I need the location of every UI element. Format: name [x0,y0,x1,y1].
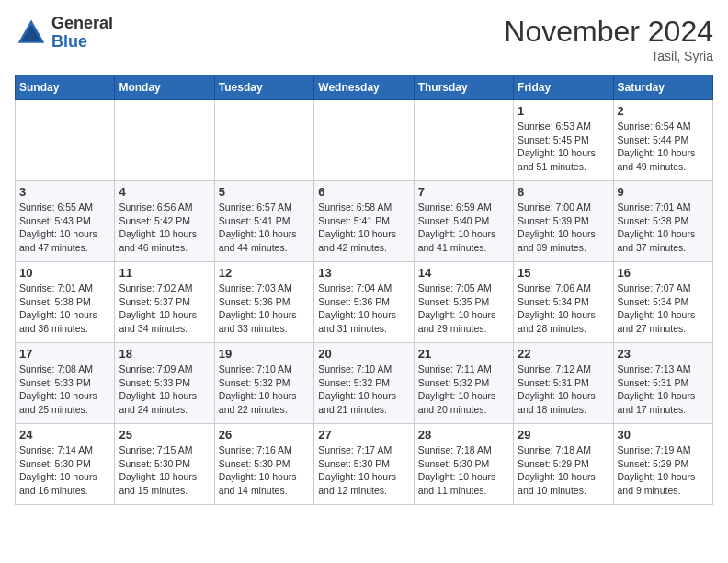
day-info: Sunrise: 7:09 AM Sunset: 5:33 PM Dayligh… [119,362,210,417]
calendar-cell: 30Sunrise: 7:19 AM Sunset: 5:29 PM Dayli… [613,424,712,505]
col-thursday: Thursday [414,75,513,100]
calendar-header-row: Sunday Monday Tuesday Wednesday Thursday… [16,75,713,100]
calendar-cell: 20Sunrise: 7:10 AM Sunset: 5:32 PM Dayli… [314,343,414,424]
week-row-4: 24Sunrise: 7:14 AM Sunset: 5:30 PM Dayli… [16,424,713,505]
day-info: Sunrise: 7:01 AM Sunset: 5:38 PM Dayligh… [618,201,709,255]
day-info: Sunrise: 7:19 AM Sunset: 5:29 PM Dayligh… [618,443,709,498]
col-tuesday: Tuesday [214,75,313,100]
day-number: 21 [418,347,509,361]
calendar-cell: 14Sunrise: 7:05 AM Sunset: 5:35 PM Dayli… [414,262,513,343]
day-number: 6 [318,185,409,199]
calendar-cell: 24Sunrise: 7:14 AM Sunset: 5:30 PM Dayli… [16,424,115,505]
day-number: 25 [119,428,210,442]
calendar-cell: 27Sunrise: 7:17 AM Sunset: 5:30 PM Dayli… [314,424,414,505]
logo-text: General Blue [51,15,113,52]
day-number: 11 [119,266,210,280]
day-number: 30 [618,428,709,442]
month-title: November 2024 [504,15,713,49]
calendar-cell: 11Sunrise: 7:02 AM Sunset: 5:37 PM Dayli… [115,262,214,343]
day-info: Sunrise: 7:11 AM Sunset: 5:32 PM Dayligh… [418,362,509,417]
calendar-cell [16,100,115,181]
logo-general: General [51,14,113,32]
col-monday: Monday [115,75,214,100]
day-number: 20 [318,347,409,361]
day-number: 24 [19,428,110,442]
day-info: Sunrise: 7:05 AM Sunset: 5:35 PM Dayligh… [418,282,509,336]
day-info: Sunrise: 7:10 AM Sunset: 5:32 PM Dayligh… [318,362,409,417]
day-number: 8 [518,185,609,199]
day-info: Sunrise: 6:55 AM Sunset: 5:43 PM Dayligh… [19,201,110,255]
day-number: 7 [418,185,509,199]
day-info: Sunrise: 6:59 AM Sunset: 5:40 PM Dayligh… [418,201,509,255]
day-number: 22 [518,347,609,361]
day-info: Sunrise: 7:06 AM Sunset: 5:34 PM Dayligh… [518,282,609,336]
day-number: 15 [518,266,609,280]
day-number: 26 [219,428,310,442]
day-number: 16 [618,266,709,280]
week-row-0: 1Sunrise: 6:53 AM Sunset: 5:45 PM Daylig… [16,100,713,181]
calendar-cell: 12Sunrise: 7:03 AM Sunset: 5:36 PM Dayli… [214,262,313,343]
calendar-cell: 23Sunrise: 7:13 AM Sunset: 5:31 PM Dayli… [613,343,712,424]
day-info: Sunrise: 7:10 AM Sunset: 5:32 PM Dayligh… [219,362,310,417]
day-number: 29 [518,428,609,442]
day-info: Sunrise: 7:02 AM Sunset: 5:37 PM Dayligh… [119,282,210,336]
calendar-cell: 18Sunrise: 7:09 AM Sunset: 5:33 PM Dayli… [115,343,214,424]
calendar-cell: 3Sunrise: 6:55 AM Sunset: 5:43 PM Daylig… [16,181,115,262]
day-info: Sunrise: 7:04 AM Sunset: 5:36 PM Dayligh… [318,282,409,336]
day-info: Sunrise: 7:03 AM Sunset: 5:36 PM Dayligh… [219,282,310,336]
calendar-cell: 6Sunrise: 6:58 AM Sunset: 5:41 PM Daylig… [314,181,414,262]
col-sunday: Sunday [16,75,115,100]
day-number: 28 [418,428,509,442]
day-number: 10 [19,266,110,280]
day-number: 3 [19,185,110,199]
calendar-cell: 7Sunrise: 6:59 AM Sunset: 5:40 PM Daylig… [414,181,513,262]
day-number: 17 [19,347,110,361]
location: Tasil, Syria [504,49,713,63]
day-info: Sunrise: 7:12 AM Sunset: 5:31 PM Dayligh… [518,362,609,417]
calendar-cell: 22Sunrise: 7:12 AM Sunset: 5:31 PM Dayli… [514,343,613,424]
calendar-cell: 29Sunrise: 7:18 AM Sunset: 5:29 PM Dayli… [514,424,613,505]
calendar-cell: 10Sunrise: 7:01 AM Sunset: 5:38 PM Dayli… [16,262,115,343]
calendar-cell: 8Sunrise: 7:00 AM Sunset: 5:39 PM Daylig… [514,181,613,262]
calendar-cell: 16Sunrise: 7:07 AM Sunset: 5:34 PM Dayli… [613,262,712,343]
day-number: 14 [418,266,509,280]
logo-icon [15,17,48,50]
calendar-cell: 21Sunrise: 7:11 AM Sunset: 5:32 PM Dayli… [414,343,513,424]
calendar-cell: 2Sunrise: 6:54 AM Sunset: 5:44 PM Daylig… [613,100,712,181]
day-info: Sunrise: 7:00 AM Sunset: 5:39 PM Dayligh… [518,201,609,255]
day-info: Sunrise: 7:08 AM Sunset: 5:33 PM Dayligh… [19,362,110,417]
calendar-cell: 13Sunrise: 7:04 AM Sunset: 5:36 PM Dayli… [314,262,414,343]
calendar-cell: 1Sunrise: 6:53 AM Sunset: 5:45 PM Daylig… [514,100,613,181]
calendar-table: Sunday Monday Tuesday Wednesday Thursday… [15,75,713,505]
calendar-cell: 25Sunrise: 7:15 AM Sunset: 5:30 PM Dayli… [115,424,214,505]
day-number: 18 [119,347,210,361]
logo: General Blue [15,15,113,52]
day-info: Sunrise: 7:14 AM Sunset: 5:30 PM Dayligh… [19,443,110,498]
col-saturday: Saturday [613,75,712,100]
day-info: Sunrise: 7:16 AM Sunset: 5:30 PM Dayligh… [219,443,310,498]
day-number: 9 [618,185,709,199]
calendar-cell: 28Sunrise: 7:18 AM Sunset: 5:30 PM Dayli… [414,424,513,505]
calendar-cell: 19Sunrise: 7:10 AM Sunset: 5:32 PM Dayli… [214,343,313,424]
calendar-cell: 26Sunrise: 7:16 AM Sunset: 5:30 PM Dayli… [214,424,313,505]
day-info: Sunrise: 6:58 AM Sunset: 5:41 PM Dayligh… [318,201,409,255]
day-number: 4 [119,185,210,199]
title-block: November 2024 Tasil, Syria [504,15,713,63]
week-row-2: 10Sunrise: 7:01 AM Sunset: 5:38 PM Dayli… [16,262,713,343]
day-info: Sunrise: 6:53 AM Sunset: 5:45 PM Dayligh… [518,120,609,174]
day-number: 13 [318,266,409,280]
day-info: Sunrise: 7:01 AM Sunset: 5:38 PM Dayligh… [19,282,110,336]
day-info: Sunrise: 7:17 AM Sunset: 5:30 PM Dayligh… [318,443,409,498]
calendar-cell: 17Sunrise: 7:08 AM Sunset: 5:33 PM Dayli… [16,343,115,424]
day-number: 27 [318,428,409,442]
day-number: 12 [219,266,310,280]
calendar-cell [214,100,313,181]
day-number: 23 [618,347,709,361]
calendar-cell: 4Sunrise: 6:56 AM Sunset: 5:42 PM Daylig… [115,181,214,262]
day-info: Sunrise: 6:57 AM Sunset: 5:41 PM Dayligh… [219,201,310,255]
day-info: Sunrise: 7:15 AM Sunset: 5:30 PM Dayligh… [119,443,210,498]
calendar-cell [414,100,513,181]
col-wednesday: Wednesday [314,75,414,100]
day-info: Sunrise: 7:18 AM Sunset: 5:29 PM Dayligh… [518,443,609,498]
calendar-cell: 9Sunrise: 7:01 AM Sunset: 5:38 PM Daylig… [613,181,712,262]
